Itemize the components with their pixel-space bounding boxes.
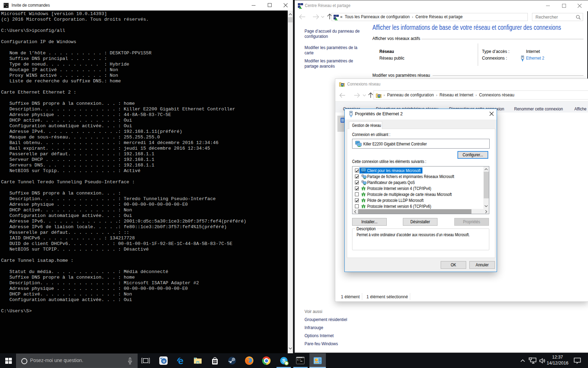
svg-text:u: u — [163, 359, 165, 363]
svg-text:C:\: C:\ — [297, 359, 301, 361]
svg-text:e: e — [178, 356, 184, 365]
svg-text:C:\: C:\ — [4, 4, 8, 6]
